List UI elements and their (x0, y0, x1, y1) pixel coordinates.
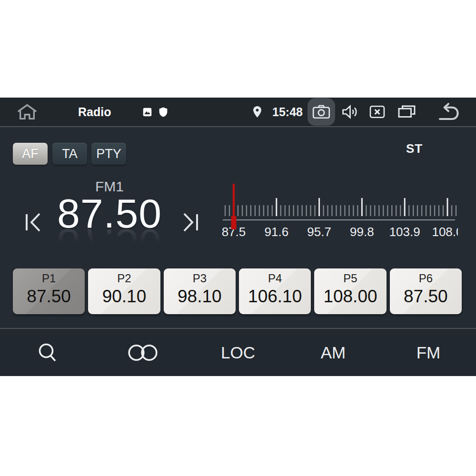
frequency-readout: 87.50 87.50 (40, 192, 178, 266)
preset-p3-button[interactable]: P3 98.10 (164, 268, 236, 314)
svg-text:99.8: 99.8 (350, 225, 374, 239)
preset-p4-button[interactable]: P4 106.10 (239, 268, 311, 314)
am-button[interactable]: AM (286, 329, 381, 376)
shield-icon (159, 107, 168, 118)
camera-icon (312, 104, 330, 119)
head-unit-screen: Radio 15:48 (0, 98, 476, 376)
svg-text:103.9: 103.9 (389, 225, 420, 239)
preset-row: P1 87.50 P2 90.10 P3 98.10 P4 106.10 P5 … (13, 268, 462, 314)
preset-frequency: 108.00 (323, 287, 377, 307)
svg-text:91.6: 91.6 (264, 225, 288, 239)
page-title: Radio (78, 105, 111, 119)
preset-frequency: 87.50 (404, 287, 448, 307)
preset-frequency: 87.50 (27, 287, 71, 307)
stereo-indicator: ST (406, 141, 423, 156)
preset-p2-button[interactable]: P2 90.10 (88, 268, 160, 314)
back-button[interactable] (437, 102, 460, 121)
preset-p1-button[interactable]: P1 87.50 (13, 268, 85, 314)
preset-label: P3 (193, 272, 207, 285)
recent-apps-icon (397, 105, 416, 119)
frequency-reflection: 87.50 (40, 222, 178, 265)
af-button[interactable]: AF (13, 143, 48, 165)
status-bar: Radio 15:48 (0, 98, 476, 127)
fm-label: FM (416, 343, 441, 362)
preset-p6-button[interactable]: P6 87.50 (390, 268, 462, 314)
preset-label: P5 (343, 272, 357, 285)
back-icon (437, 102, 460, 121)
svg-text:95.7: 95.7 (307, 225, 331, 239)
tuning-scale[interactable]: 87.591.695.799.8103.9108.0 (220, 181, 458, 244)
camera-button[interactable] (307, 98, 335, 126)
close-window-icon (369, 105, 385, 119)
preset-p5-button[interactable]: P5 108.00 (314, 268, 386, 314)
seek-next-button[interactable] (181, 208, 199, 238)
ta-button[interactable]: TA (52, 143, 87, 165)
home-button[interactable] (16, 104, 38, 120)
volume-button[interactable] (341, 104, 359, 120)
bottom-bar: LOC AM FM (0, 328, 476, 376)
preset-label: P6 (419, 272, 433, 285)
recent-apps-button[interactable] (397, 105, 416, 119)
preset-label: P1 (42, 272, 56, 285)
seek-next-icon (181, 208, 199, 236)
am-label: AM (321, 343, 346, 362)
gallery-icon (142, 107, 152, 117)
home-icon (16, 104, 38, 120)
svg-text:108.0: 108.0 (432, 225, 458, 239)
preset-frequency: 98.10 (178, 287, 222, 307)
loc-label: LOC (221, 343, 255, 362)
loc-button[interactable]: LOC (190, 329, 286, 376)
clock: 15:48 (272, 105, 303, 119)
double-circle-icon (128, 343, 158, 362)
preset-label: P4 (268, 272, 282, 285)
fm-button[interactable]: FM (381, 329, 476, 376)
preset-frequency: 106.10 (248, 287, 302, 307)
volume-icon (341, 104, 359, 120)
seek-previous-button[interactable] (25, 208, 43, 238)
close-window-button[interactable] (369, 105, 385, 119)
magnifier-icon (37, 341, 59, 364)
preset-scan-button[interactable] (95, 329, 190, 376)
pty-button[interactable]: PTY (91, 143, 126, 165)
location-pin-icon (252, 105, 263, 119)
preset-frequency: 90.10 (102, 287, 147, 307)
seek-previous-icon (25, 208, 43, 236)
search-button[interactable] (0, 329, 95, 376)
preset-label: P2 (117, 272, 131, 285)
